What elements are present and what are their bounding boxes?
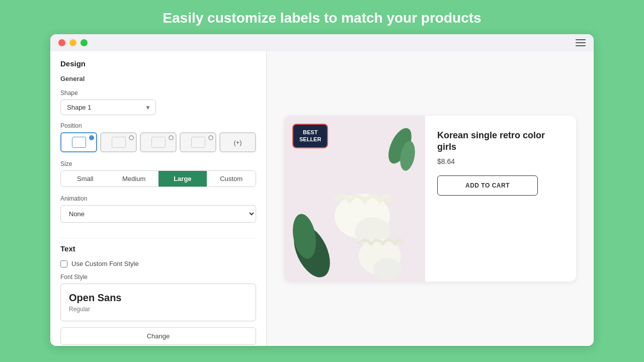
radio-dot-4 xyxy=(208,135,213,140)
divider-1 xyxy=(60,238,256,238)
left-panel: Design General Shape Shape 1 Shape 2 Sha… xyxy=(50,51,267,346)
general-section: General xyxy=(60,75,256,82)
position-btn-3[interactable] xyxy=(140,132,177,152)
size-label: Size xyxy=(60,160,256,167)
text-section-header: Text xyxy=(60,244,256,253)
hamburger-menu-icon[interactable] xyxy=(576,39,586,46)
animation-select[interactable]: None Bounce Pulse Rotate xyxy=(60,205,256,223)
custom-font-checkbox-row: Use Custom Font Style xyxy=(60,260,256,267)
product-info: Korean single retro color girls $8.64 AD… xyxy=(425,116,576,282)
general-label: General xyxy=(60,75,256,82)
radio-dot-2 xyxy=(129,135,134,140)
page-title: Easily customize labels to match your pr… xyxy=(0,0,644,34)
position-btn-1[interactable] xyxy=(60,132,97,152)
animation-label: Animation xyxy=(60,195,256,202)
svg-point-8 xyxy=(373,258,401,280)
change-font-button[interactable]: Change xyxy=(60,327,256,345)
product-image-area: BEST SELLER xyxy=(284,116,425,282)
position-label: Position xyxy=(60,122,256,129)
size-tab-large[interactable]: Large xyxy=(158,171,207,187)
badge-line1: BEST xyxy=(303,129,317,135)
design-label: Design xyxy=(60,59,256,68)
best-seller-badge: BEST SELLER xyxy=(292,124,328,148)
position-btn-2[interactable] xyxy=(100,132,137,152)
product-card: BEST SELLER xyxy=(284,116,576,282)
pos-square-2 xyxy=(112,137,126,148)
minimize-button[interactable] xyxy=(69,39,76,46)
font-style-label: Font Style xyxy=(60,274,256,281)
font-name-display: Open Sans xyxy=(69,292,248,304)
title-bar xyxy=(50,34,594,51)
app-window: Design General Shape Shape 1 Shape 2 Sha… xyxy=(50,34,594,346)
shape-label: Shape xyxy=(60,89,256,97)
shape-field: Shape Shape 1 Shape 2 Shape 3 ▼ xyxy=(60,89,256,115)
pos-square-3 xyxy=(151,137,166,148)
add-to-cart-button[interactable]: ADD TO CART xyxy=(437,175,538,196)
design-section-header: Design xyxy=(60,59,256,68)
product-name: Korean single retro color girls xyxy=(437,130,564,153)
close-button[interactable] xyxy=(58,39,65,46)
size-tab-medium[interactable]: Medium xyxy=(110,171,158,187)
shape-select-wrapper: Shape 1 Shape 2 Shape 3 ▼ xyxy=(60,100,156,115)
radio-dot-3 xyxy=(169,135,174,140)
size-tab-small[interactable]: Small xyxy=(61,171,110,187)
position-btn-5[interactable]: (+) xyxy=(219,132,256,152)
badge-line2: SELLER xyxy=(299,136,321,142)
right-panel: BEST SELLER xyxy=(267,51,594,346)
product-price: $8.64 xyxy=(437,157,564,165)
size-tabs: Small Medium Large Custom xyxy=(60,170,256,187)
radio-dot-1 xyxy=(89,135,94,140)
custom-font-label: Use Custom Font Style xyxy=(71,260,139,267)
font-weight-display: Regular xyxy=(69,306,248,313)
maximize-button[interactable] xyxy=(80,39,88,46)
position-grid: (+) xyxy=(60,132,256,152)
pos-square-1 xyxy=(72,137,86,148)
app-body: Design General Shape Shape 1 Shape 2 Sha… xyxy=(50,51,594,346)
position-btn-4[interactable] xyxy=(180,132,216,152)
font-style-box: Open Sans Regular xyxy=(60,284,256,321)
size-field: Size Small Medium Large Custom xyxy=(60,160,256,187)
shape-select[interactable]: Shape 1 Shape 2 Shape 3 xyxy=(60,100,156,115)
custom-font-checkbox[interactable] xyxy=(60,260,67,267)
position-field: Position xyxy=(60,122,256,152)
pos-square-4 xyxy=(191,137,205,148)
traffic-lights xyxy=(58,39,88,46)
text-section-label: Text xyxy=(60,244,256,253)
font-style-field: Font Style Open Sans Regular Change xyxy=(60,274,256,346)
size-tab-custom[interactable]: Custom xyxy=(207,171,256,187)
animation-field: Animation None Bounce Pulse Rotate xyxy=(60,195,256,231)
